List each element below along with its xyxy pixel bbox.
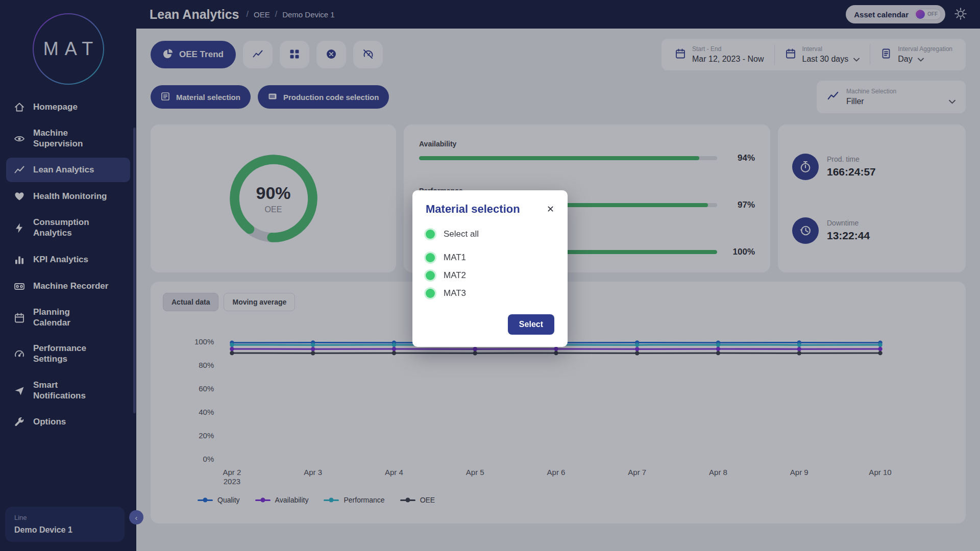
modal-title: Material selection (426, 203, 520, 216)
radio-selected-icon[interactable] (426, 253, 435, 262)
radio-selected-icon[interactable] (426, 230, 435, 239)
option-label: Select all (444, 229, 479, 239)
radio-selected-icon[interactable] (426, 289, 435, 298)
material-options-list: Select all MAT1 MAT2 MAT3 (426, 229, 554, 306)
option-label: MAT1 (444, 253, 466, 263)
option-label: MAT2 (444, 270, 466, 281)
close-icon[interactable]: ✕ (547, 204, 554, 215)
option-select-all[interactable]: Select all (426, 229, 554, 239)
option-mat1[interactable]: MAT1 (426, 253, 554, 263)
option-label: MAT3 (444, 288, 466, 298)
option-mat2[interactable]: MAT2 (426, 270, 554, 281)
material-selection-modal: Material selection ✕ Select all MAT1 MAT… (412, 190, 568, 347)
radio-selected-icon[interactable] (426, 271, 435, 280)
select-button[interactable]: Select (508, 314, 554, 335)
option-mat3[interactable]: MAT3 (426, 288, 554, 298)
